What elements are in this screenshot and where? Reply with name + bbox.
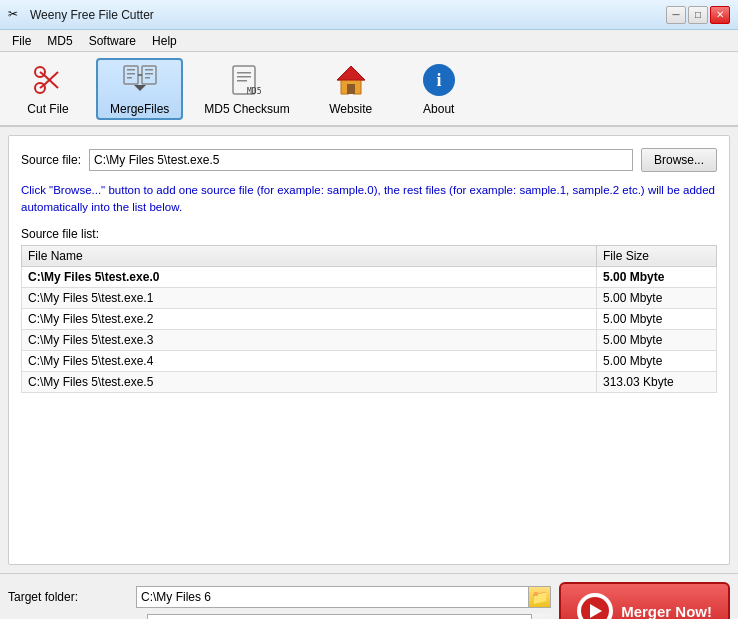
menu-md5[interactable]: MD5	[39, 32, 80, 50]
house-icon	[333, 62, 369, 98]
file-name-cell: C:\My Files 5\test.exe.0	[22, 266, 597, 287]
maximize-button[interactable]: □	[688, 6, 708, 24]
svg-text:MD5: MD5	[247, 87, 262, 96]
file-table: File Name File Size C:\My Files 5\test.e…	[21, 245, 717, 393]
info-circle-icon: i	[421, 62, 457, 98]
file-name-cell: C:\My Files 5\test.exe.4	[22, 350, 597, 371]
svg-text:i: i	[436, 70, 441, 90]
toolbar-merge-files[interactable]: MergeFiles	[96, 58, 183, 120]
table-row: C:\My Files 5\test.exe.25.00 Mbyte	[22, 308, 717, 329]
file-name-cell: C:\My Files 5\test.exe.5	[22, 371, 597, 392]
col-filename: File Name	[22, 245, 597, 266]
source-file-input[interactable]	[89, 149, 633, 171]
browse-button[interactable]: Browse...	[641, 148, 717, 172]
file-name-cell: C:\My Files 5\test.exe.3	[22, 329, 597, 350]
svg-rect-8	[127, 73, 135, 75]
toolbar-website[interactable]: Website	[311, 58, 391, 120]
file-name-cell: C:\My Files 5\test.exe.1	[22, 287, 597, 308]
close-button[interactable]: ✕	[710, 6, 730, 24]
svg-rect-11	[145, 69, 153, 71]
target-folder-input-wrap: 📁	[136, 586, 551, 608]
when-task-select-wrap: Open target folder ▼	[147, 614, 551, 619]
scissors-icon	[30, 62, 66, 98]
menu-bar: File MD5 Software Help	[0, 30, 738, 52]
cut-file-label: Cut File	[27, 102, 68, 116]
merger-now-label: Merger Now!	[621, 603, 712, 620]
toolbar-about[interactable]: i About	[399, 58, 479, 120]
md5-icon: MD5	[229, 62, 265, 98]
target-folder-row: Target folder: 📁	[8, 586, 551, 608]
when-task-row: When task is completed: Open target fold…	[8, 614, 551, 619]
svg-rect-19	[237, 80, 247, 82]
file-name-cell: C:\My Files 5\test.exe.2	[22, 308, 597, 329]
folder-browse-button[interactable]: 📁	[528, 587, 550, 607]
table-row: C:\My Files 5\test.exe.05.00 Mbyte	[22, 266, 717, 287]
toolbar-md5-checksum[interactable]: MD5 MD5 Checksum	[191, 58, 302, 120]
target-folder-label: Target folder:	[8, 590, 128, 604]
svg-line-5	[40, 85, 44, 88]
hint-text: Click "Browse..." button to add one sour…	[21, 182, 717, 217]
file-size-cell: 313.03 Kbyte	[597, 371, 717, 392]
svg-rect-13	[145, 77, 150, 79]
merger-now-button[interactable]: Merger Now!	[559, 582, 730, 619]
window-title: Weeny Free File Cutter	[30, 8, 154, 22]
list-label: Source file list:	[21, 227, 717, 241]
minimize-button[interactable]: ─	[666, 6, 686, 24]
menu-software[interactable]: Software	[81, 32, 144, 50]
svg-line-4	[40, 72, 44, 75]
table-row: C:\My Files 5\test.exe.5313.03 Kbyte	[22, 371, 717, 392]
col-filesize: File Size	[597, 245, 717, 266]
table-row: C:\My Files 5\test.exe.15.00 Mbyte	[22, 287, 717, 308]
bottom-bar: Target folder: 📁 When task is completed:…	[0, 573, 738, 619]
when-task-select[interactable]: Open target folder	[147, 614, 551, 619]
svg-rect-12	[145, 73, 153, 75]
target-folder-input[interactable]	[137, 588, 528, 606]
source-file-row: Source file: Browse...	[21, 148, 717, 172]
svg-rect-10	[142, 66, 156, 84]
merger-icon	[577, 593, 613, 619]
about-label: About	[423, 102, 454, 116]
svg-rect-17	[237, 72, 251, 74]
merge-icon	[122, 62, 158, 98]
menu-help[interactable]: Help	[144, 32, 185, 50]
toolbar: Cut File MergeFiles	[0, 52, 738, 127]
main-panel: Source file: Browse... Click "Browse..."…	[8, 135, 730, 565]
bottom-fields: Target folder: 📁 When task is completed:…	[8, 586, 551, 619]
svg-rect-7	[127, 69, 135, 71]
svg-marker-15	[134, 85, 146, 91]
file-size-cell: 5.00 Mbyte	[597, 266, 717, 287]
source-file-label: Source file:	[21, 153, 81, 167]
svg-line-2	[44, 75, 58, 88]
website-label: Website	[329, 102, 372, 116]
title-bar: ✂ Weeny Free File Cutter ─ □ ✕	[0, 0, 738, 30]
table-row: C:\My Files 5\test.exe.45.00 Mbyte	[22, 350, 717, 371]
svg-marker-23	[337, 66, 365, 80]
svg-rect-6	[124, 66, 138, 84]
svg-line-3	[44, 72, 58, 85]
file-size-cell: 5.00 Mbyte	[597, 287, 717, 308]
app-icon: ✂	[8, 7, 24, 23]
menu-file[interactable]: File	[4, 32, 39, 50]
table-row: C:\My Files 5\test.exe.35.00 Mbyte	[22, 329, 717, 350]
svg-rect-18	[237, 76, 251, 78]
window-controls: ─ □ ✕	[666, 6, 730, 24]
toolbar-cut-file[interactable]: Cut File	[8, 58, 88, 120]
file-size-cell: 5.00 Mbyte	[597, 308, 717, 329]
svg-rect-22	[347, 84, 355, 94]
file-size-cell: 5.00 Mbyte	[597, 329, 717, 350]
md5-label: MD5 Checksum	[204, 102, 289, 116]
merge-files-label: MergeFiles	[110, 102, 169, 116]
file-size-cell: 5.00 Mbyte	[597, 350, 717, 371]
svg-rect-9	[127, 77, 132, 79]
